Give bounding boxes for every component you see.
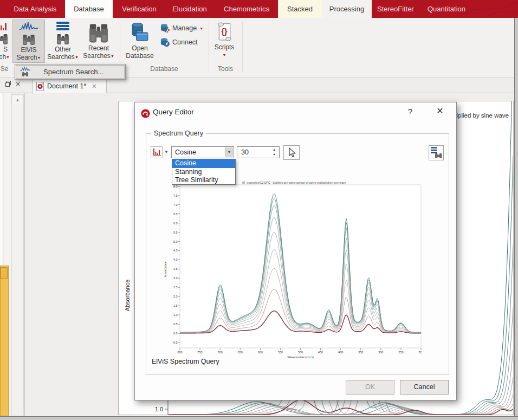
scrollbar-up-arrow[interactable]: ▲ <box>13 96 22 104</box>
other-searches-button[interactable]: Other Searches▼ <box>47 20 79 63</box>
svg-text:200: 200 <box>419 351 424 354</box>
svg-text:8.0: 8.0 <box>173 185 178 188</box>
left-panel-scrollbar[interactable]: ▲ <box>11 94 24 416</box>
application-window: Data AnalysisDatabaseVerificationElucida… <box>0 0 518 420</box>
scripts-button[interactable]: {} Scripts ▼ <box>211 20 237 63</box>
menu-tab-database[interactable]: Database <box>65 0 113 18</box>
chart-type-button[interactable] <box>151 146 163 158</box>
spinner-arrows[interactable]: ▲▼ <box>270 147 278 157</box>
pointer-tool-button[interactable] <box>283 145 300 160</box>
query-type-label: ElViS Spectrum Query <box>152 358 219 365</box>
combobox-value: Cosine <box>175 148 196 156</box>
partial-search-button[interactable]: S ch▼ <box>0 20 11 63</box>
svg-text:6.5: 6.5 <box>173 212 178 216</box>
recent-searches-label-2: Searches▼ <box>81 53 116 60</box>
menu-tab-verification[interactable]: Verification <box>115 0 163 18</box>
combobox-dropdown-button[interactable]: ▼ <box>225 147 233 157</box>
close-panel-button[interactable]: ✕ <box>14 80 22 88</box>
open-database-label-1: Open <box>124 45 156 53</box>
svg-text:650: 650 <box>238 351 243 354</box>
svg-text:300: 300 <box>378 351 383 354</box>
dialog-app-icon <box>141 109 151 119</box>
binoculars-icon <box>88 21 109 44</box>
svg-text:0.0: 0.0 <box>173 332 178 335</box>
menu-item-label: Spectrum Search... <box>43 68 103 76</box>
svg-text:700: 700 <box>218 351 223 354</box>
svg-text:-0.5: -0.5 <box>172 341 177 344</box>
script-scroll-icon: {} <box>216 21 233 43</box>
elvis-search-label-1: ElViS <box>13 47 44 54</box>
highlighted-tree-item[interactable] <box>0 266 9 416</box>
spectrum-icon <box>18 21 39 32</box>
svg-text:1.0: 1.0 <box>173 313 178 316</box>
svg-text:5.5: 5.5 <box>173 231 178 234</box>
document-icon <box>36 82 44 91</box>
svg-text:Absorbance: Absorbance <box>164 262 167 277</box>
binoculars-icon <box>0 33 9 46</box>
other-searches-label-2: Searches▼ <box>47 54 79 61</box>
database-gear-icon <box>159 23 170 34</box>
svg-text:600: 600 <box>258 351 263 354</box>
elvis-search-label-2: Search▼ <box>13 54 44 62</box>
menu-item-spectrum-search[interactable]: Spectrum Search... <box>16 65 125 79</box>
left-panel-border <box>24 93 25 416</box>
threshold-spinner[interactable]: 30 ▲▼ <box>237 146 280 158</box>
red-histogram-icon <box>153 148 161 156</box>
svg-text:Wavenumber [cm⁻¹]: Wavenumber [cm⁻¹] <box>287 356 314 359</box>
binoculars-icon <box>22 33 36 46</box>
close-document-icon[interactable]: ✕ <box>92 83 96 90</box>
menu-tab-chemometrics[interactable]: Chemometrics <box>216 0 277 18</box>
query-editor-dialog: Query Editor ? ✕ Spectrum Query ▼ Cosine… <box>134 102 457 400</box>
svg-text:800: 800 <box>178 351 183 354</box>
elvis-search-button[interactable]: ElViS Search▼ <box>12 20 45 63</box>
tab-document-1[interactable]: Document 1* ✕ <box>32 79 107 93</box>
document-tab-label: Document 1* <box>47 82 86 90</box>
svg-text:1.5: 1.5 <box>173 304 178 307</box>
dropdown-option-tree-similarity[interactable]: Tree Similarity <box>172 176 235 185</box>
spectrum-query-chart: IR_examples/C2.SPC - Subfiles are same p… <box>161 180 432 360</box>
dropdown-option-cosine[interactable]: Cosine <box>172 159 235 168</box>
menu-tab-stacked[interactable]: Stacked <box>278 0 322 18</box>
similarity-dropdown-list: CosineStanningTree Similarity <box>172 159 236 185</box>
menu-tab-data-analysis[interactable]: Data Analysis <box>5 0 65 18</box>
menu-tab-processing[interactable]: Processing <box>322 0 372 18</box>
window-border-right <box>514 18 518 420</box>
svg-text:5.0: 5.0 <box>173 240 178 243</box>
open-database-button[interactable]: Open Database <box>124 20 156 63</box>
menubar: Data AnalysisDatabaseVerificationElucida… <box>0 0 518 18</box>
menu-lines-icon <box>56 21 70 31</box>
menu-tab-stereofitter[interactable]: StereoFitter <box>374 0 417 18</box>
svg-text:350: 350 <box>358 351 363 354</box>
svg-text:0.5: 0.5 <box>173 322 178 326</box>
cancel-button[interactable]: Cancel <box>400 380 449 395</box>
dialog-close-button[interactable]: ✕ <box>434 106 446 116</box>
menubar-decoration <box>453 0 518 18</box>
similarity-combobox[interactable]: Cosine ▼ <box>171 146 234 158</box>
manage-button[interactable]: Manage ▼ <box>159 23 203 34</box>
recent-searches-button[interactable]: Recent Searches▼ <box>81 20 116 63</box>
chart-type-caret[interactable]: ▼ <box>164 150 169 154</box>
manage-label: Manage <box>172 24 197 32</box>
connect-button[interactable]: Connect <box>159 37 198 48</box>
other-searches-label-1: Other <box>47 46 79 54</box>
scripts-label: Scripts <box>211 44 237 51</box>
dialog-help-button[interactable]: ? <box>405 107 416 116</box>
svg-text:4.5: 4.5 <box>173 249 178 252</box>
float-panel-button[interactable] <box>4 80 12 88</box>
partial-button-label-2: ch▼ <box>0 54 11 61</box>
search-options-button[interactable] <box>429 145 444 160</box>
binoculars-icon <box>56 33 70 46</box>
svg-text:750: 750 <box>198 351 203 354</box>
partial-button-label-1: S <box>0 46 11 54</box>
database-connect-icon <box>159 37 170 48</box>
dialog-title: Query Editor <box>153 108 194 116</box>
list-binoculars-icon <box>429 146 443 160</box>
svg-text:{}: {} <box>222 27 228 36</box>
svg-text:400: 400 <box>338 351 343 354</box>
svg-text:Absorbance: Absorbance <box>124 280 131 312</box>
svg-text:7.0: 7.0 <box>173 203 178 206</box>
dropdown-option-stanning[interactable]: Stanning <box>172 168 235 177</box>
menu-tab-elucidation[interactable]: Elucidation <box>166 0 213 18</box>
svg-text:6.0: 6.0 <box>173 222 178 225</box>
ok-button[interactable]: OK <box>346 380 394 395</box>
